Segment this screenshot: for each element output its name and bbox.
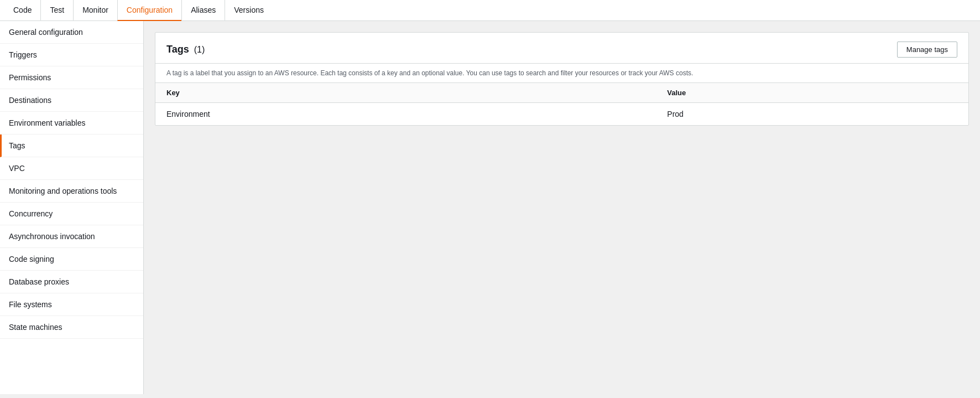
tags-description: A tag is a label that you assign to an A… [155,64,968,83]
table-cell-key: Environment [155,103,656,126]
tags-panel: Tags (1) Manage tags A tag is a label th… [155,32,969,126]
col-header-key: Key [155,83,656,103]
sidebar-item-code-signing[interactable]: Code signing [0,248,143,271]
tags-title-text: Tags [166,44,189,55]
main-content: Tags (1) Manage tags A tag is a label th… [144,21,980,394]
sidebar-item-triggers[interactable]: Triggers [0,44,143,66]
sidebar-item-environment-variables[interactable]: Environment variables [0,112,143,135]
sidebar-item-asynchronous-invocation[interactable]: Asynchronous invocation [0,225,143,248]
top-nav-tabs: CodeTestMonitorConfigurationAliasesVersi… [0,0,980,21]
tags-panel-title: Tags (1) [166,44,205,55]
table-row: EnvironmentProd [155,103,968,126]
sidebar-item-database-proxies[interactable]: Database proxies [0,271,143,293]
sidebar-item-permissions[interactable]: Permissions [0,66,143,89]
tab-configuration[interactable]: Configuration [117,0,181,21]
sidebar-item-vpc[interactable]: VPC [0,157,143,180]
col-header-value: Value [656,83,968,103]
sidebar-item-concurrency[interactable]: Concurrency [0,203,143,225]
tab-test[interactable]: Test [40,0,73,21]
tab-monitor[interactable]: Monitor [73,0,117,21]
sidebar-item-state-machines[interactable]: State machines [0,316,143,339]
tags-table-header-row: KeyValue [155,83,968,103]
tags-table-body: EnvironmentProd [155,103,968,126]
sidebar: General configurationTriggersPermissions… [0,21,144,394]
manage-tags-button[interactable]: Manage tags [897,42,957,58]
sidebar-item-tags[interactable]: Tags [0,135,143,157]
tab-code[interactable]: Code [4,0,40,21]
table-cell-value: Prod [656,103,968,126]
tags-count: (1) [194,45,205,54]
tab-versions[interactable]: Versions [225,0,273,21]
sidebar-item-general-configuration[interactable]: General configuration [0,21,143,44]
main-layout: General configurationTriggersPermissions… [0,21,980,394]
tags-table: KeyValue EnvironmentProd [155,83,968,125]
sidebar-item-monitoring-and-operations-tools[interactable]: Monitoring and operations tools [0,180,143,203]
tab-aliases[interactable]: Aliases [181,0,225,21]
sidebar-item-destinations[interactable]: Destinations [0,89,143,112]
tags-panel-header: Tags (1) Manage tags [155,33,968,64]
tags-table-header: KeyValue [155,83,968,103]
sidebar-item-file-systems[interactable]: File systems [0,293,143,316]
